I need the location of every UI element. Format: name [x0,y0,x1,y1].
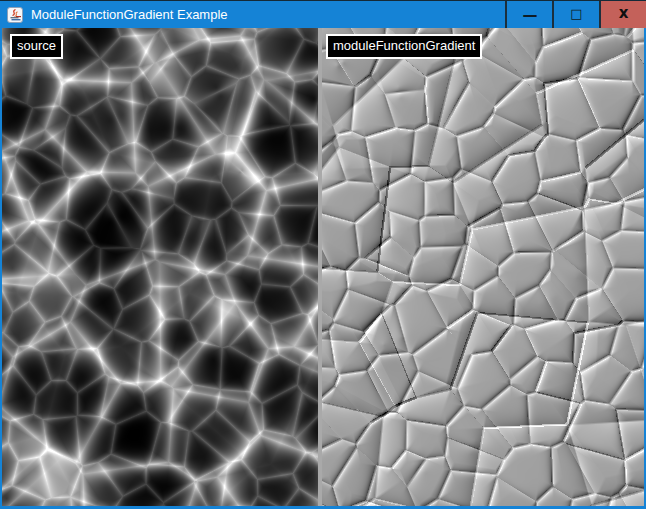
gradient-image-canvas [322,28,644,506]
image-panels: source moduleFunctionGradient [2,28,644,506]
maximize-button[interactable]: □ [552,1,599,28]
minimize-button[interactable]: — [505,1,552,28]
close-icon: x [619,4,629,22]
source-label: source [10,34,63,59]
titlebar[interactable]: ModuleFunctionGradient Example — □ x [0,0,646,28]
app-window: ModuleFunctionGradient Example — □ x sou… [0,0,646,509]
java-cup-icon [7,7,23,23]
window-title: ModuleFunctionGradient Example [31,1,505,28]
gradient-label: moduleFunctionGradient [326,34,482,59]
close-button[interactable]: x [599,1,646,28]
maximize-icon: □ [570,6,582,21]
window-controls: — □ x [505,1,646,28]
minimize-icon: — [523,6,537,24]
source-image-canvas [2,28,318,506]
